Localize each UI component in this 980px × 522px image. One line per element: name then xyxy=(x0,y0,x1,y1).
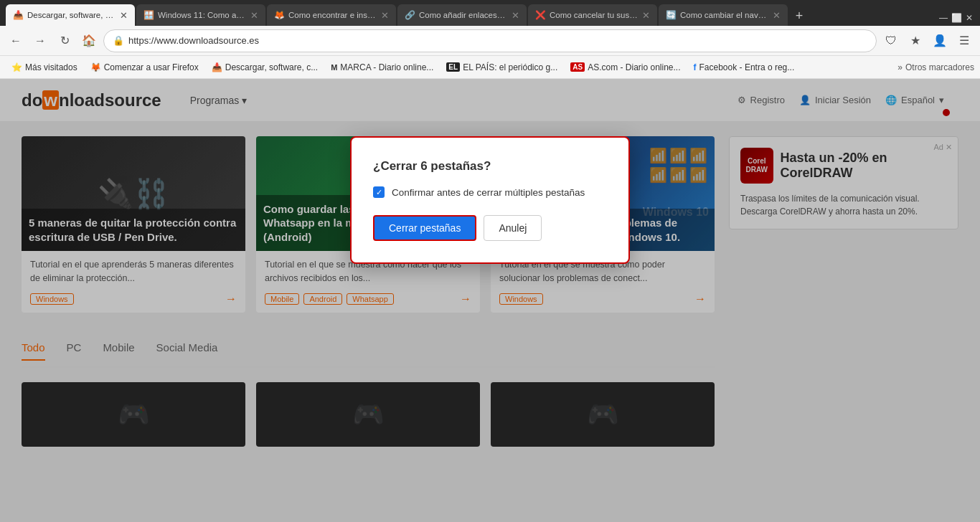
tab-favicon-6: 🔄 xyxy=(666,10,676,20)
nav-right-controls: 🛡 ★ 👤 ☰ xyxy=(881,31,974,51)
tab-favicon-1: 🪟 xyxy=(143,10,154,20)
bookmark-elpais[interactable]: EL EL PAÍS: el periódico g... xyxy=(440,61,563,74)
profile-icon[interactable]: 👤 xyxy=(930,31,950,51)
tab-close-1[interactable]: ✕ xyxy=(250,10,258,21)
browser-frame: 📥 Descargar, software, cont... ✕ 🪟 Windo… xyxy=(0,0,980,522)
tab-close-active[interactable]: ✕ xyxy=(120,10,128,21)
home-button[interactable]: 🏠 xyxy=(79,31,99,51)
bookmark-label: EL PAÍS: el periódico g... xyxy=(463,62,557,72)
page-content: downloadsource Programas ▾ ⚙ Registro 👤 … xyxy=(0,79,980,522)
reload-button[interactable]: ↻ xyxy=(55,31,75,51)
minimize-button[interactable]: — xyxy=(938,13,948,23)
tab-4[interactable]: 🔗 Como añadir enlaces a la... ✕ xyxy=(397,4,527,26)
bookmark-label: Más visitados xyxy=(25,62,77,72)
facebook-icon: f xyxy=(694,62,697,72)
download-icon: 📥 xyxy=(212,62,222,72)
bookmark-label: AS.com - Diario online... xyxy=(588,62,680,72)
modal-title: ¿Cerrar 6 pestañas? xyxy=(373,159,607,174)
tab-close-4[interactable]: ✕ xyxy=(512,10,519,21)
tab-favicon-5: ❌ xyxy=(535,10,545,20)
modal-buttons: Cerrar pestañas Anulej xyxy=(373,215,607,241)
bookmark-label: Comenzar a usar Firefox xyxy=(104,62,199,72)
tab-close-2[interactable]: ✕ xyxy=(381,10,389,21)
navigation-bar: ← → ↻ 🏠 🔒 https://www.downloadsource.es … xyxy=(0,26,980,56)
window-controls: — ⬜ ✕ xyxy=(938,13,974,26)
more-chevron-icon: » xyxy=(897,62,903,72)
bookmark-marca[interactable]: M MARCA - Diario online... xyxy=(325,61,439,74)
as-icon: AS xyxy=(570,62,585,72)
elpais-icon: EL xyxy=(446,62,460,72)
tab-favicon-active: 📥 xyxy=(13,10,23,20)
bookmarks-bar: ⭐ Más visitados 🦊 Comenzar a usar Firefo… xyxy=(0,56,980,79)
tab-favicon-2: 🦊 xyxy=(274,10,284,20)
bookmark-firefox[interactable]: 🦊 Comenzar a usar Firefox xyxy=(85,61,204,74)
more-bookmarks[interactable]: » Otros marcadores xyxy=(897,62,974,72)
bookmark-facebook[interactable]: f Facebook - Entra o reg... xyxy=(688,61,801,74)
bookmark-star-icon[interactable]: ★ xyxy=(905,31,925,51)
menu-icon[interactable]: ☰ xyxy=(954,31,974,51)
tab-2[interactable]: 🦊 Como encontrar e instal... ✕ xyxy=(267,4,396,26)
modal-checkbox-label: Confirmar antes de cerrar múltiples pest… xyxy=(392,187,585,198)
tab-1[interactable]: 🪟 Windows 11: Como activ... ✕ xyxy=(136,4,265,26)
maximize-button[interactable]: ⬜ xyxy=(951,13,961,23)
tab-active[interactable]: 📥 Descargar, software, cont... ✕ xyxy=(6,4,135,26)
tab-title-4: Como añadir enlaces a la... xyxy=(419,11,507,19)
tab-bar: 📥 Descargar, software, cont... ✕ 🪟 Windo… xyxy=(0,0,980,26)
bookmark-label: Facebook - Entra o reg... xyxy=(699,62,795,72)
marca-icon: M xyxy=(331,63,337,72)
close-window-button[interactable]: ✕ xyxy=(964,13,974,23)
bookmark-label: MARCA - Diario online... xyxy=(340,62,433,72)
tab-title-6: Como cambiar el navega... xyxy=(680,11,768,19)
confirm-checkbox[interactable]: ✓ xyxy=(373,186,385,198)
bookmark-label: Descargar, software, c... xyxy=(225,62,318,72)
bookmark-downloadsource[interactable]: 📥 Descargar, software, c... xyxy=(206,61,324,74)
bookmark-visited[interactable]: ⭐ Más visitados xyxy=(6,61,83,74)
back-button[interactable]: ← xyxy=(6,31,26,51)
tab-title-2: Como encontrar e instal... xyxy=(288,11,377,19)
forward-button[interactable]: → xyxy=(30,31,50,51)
address-text: https://www.downloadsource.es xyxy=(128,35,867,46)
tab-5[interactable]: ❌ Como cancelar tu suscri... ✕ xyxy=(528,4,657,26)
tab-title-5: Como cancelar tu suscri... xyxy=(550,11,638,19)
tab-6[interactable]: 🔄 Como cambiar el navega... ✕ xyxy=(659,4,788,26)
close-tabs-modal: ¿Cerrar 6 pestañas? ✓ Confirmar antes de… xyxy=(350,136,630,264)
security-icon: 🔒 xyxy=(113,35,124,46)
modal-overlay: ¿Cerrar 6 pestañas? ✓ Confirmar antes de… xyxy=(0,79,980,522)
tab-close-6[interactable]: ✕ xyxy=(773,10,781,21)
shield-icon[interactable]: 🛡 xyxy=(881,31,901,51)
star-icon: ⭐ xyxy=(11,62,22,72)
close-tabs-button[interactable]: Cerrar pestañas xyxy=(373,215,476,241)
other-bookmarks-label: Otros marcadores xyxy=(905,62,974,72)
tab-title-active: Descargar, software, cont... xyxy=(27,11,116,19)
tab-favicon-4: 🔗 xyxy=(405,10,415,20)
cancel-button[interactable]: Anulej xyxy=(484,215,542,241)
tab-title-1: Windows 11: Como activ... xyxy=(158,11,246,19)
modal-checkbox-row: ✓ Confirmar antes de cerrar múltiples pe… xyxy=(373,186,607,198)
bookmark-as[interactable]: AS AS.com - Diario online... xyxy=(565,61,686,74)
firefox-icon: 🦊 xyxy=(90,62,101,72)
tab-close-5[interactable]: ✕ xyxy=(642,10,650,21)
address-bar[interactable]: 🔒 https://www.downloadsource.es xyxy=(103,29,877,52)
new-tab-button[interactable]: + xyxy=(789,6,809,26)
